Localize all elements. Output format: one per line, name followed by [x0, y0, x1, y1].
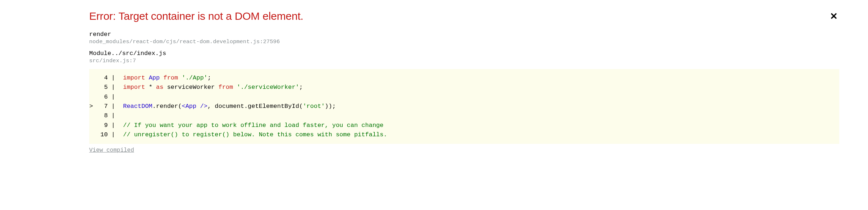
- code-block: 4 | import App from './App'; 5 | import …: [89, 69, 839, 144]
- stack-frame-path: node_modules/react-dom/cjs/react-dom.dev…: [89, 38, 839, 45]
- error-header: Error: Target container is not a DOM ele…: [89, 10, 839, 22]
- code-content: import App from './App';: [119, 73, 839, 83]
- code-content: // If you want your app to work offline …: [119, 121, 839, 130]
- close-icon[interactable]: ✕: [828, 10, 839, 22]
- code-line: 4 | import App from './App';: [89, 73, 839, 83]
- code-content: ReactDOM.render(<App />, document.getEle…: [119, 102, 839, 111]
- code-gutter: 9 |: [89, 121, 119, 130]
- code-line: > 7 | ReactDOM.render(<App />, document.…: [89, 102, 839, 111]
- code-gutter: 10 |: [89, 130, 119, 140]
- code-line: 5 | import * as serviceWorker from './se…: [89, 83, 839, 92]
- stack-frame-name: render: [89, 31, 839, 38]
- code-line: 10 | // unregister() to register() below…: [89, 130, 839, 140]
- code-gutter: 6 |: [89, 92, 119, 102]
- code-content: // unregister() to register() below. Not…: [119, 130, 839, 140]
- code-gutter: 5 |: [89, 83, 119, 92]
- stack-frame: render node_modules/react-dom/cjs/react-…: [89, 31, 839, 45]
- code-content: [119, 92, 839, 102]
- code-gutter: 8 |: [89, 111, 119, 120]
- code-line: 8 |: [89, 111, 839, 120]
- code-line: 9 | // If you want your app to work offl…: [89, 121, 839, 130]
- code-line: 6 |: [89, 92, 839, 102]
- code-content: import * as serviceWorker from './servic…: [119, 83, 839, 92]
- code-gutter: > 7 |: [89, 102, 119, 111]
- view-compiled-link[interactable]: View compiled: [89, 147, 134, 154]
- stack-frame: Module../src/index.js src/index.js:7: [89, 50, 839, 64]
- stack-frame-name: Module../src/index.js: [89, 50, 839, 57]
- code-content: [119, 111, 839, 120]
- error-title: Error: Target container is not a DOM ele…: [89, 10, 303, 22]
- code-gutter: 4 |: [89, 73, 119, 83]
- stack-frame-path: src/index.js:7: [89, 58, 839, 64]
